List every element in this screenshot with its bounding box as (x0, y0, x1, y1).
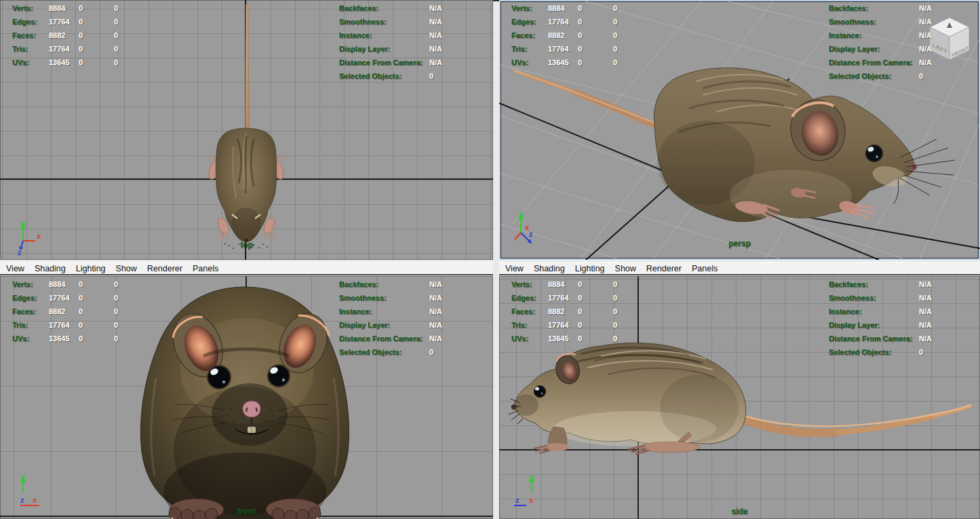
hud-stat-row: Backfaces:N/A (339, 279, 493, 292)
hud-stat-value: 17764 (49, 294, 70, 302)
hud-stat-value: 0 (114, 18, 118, 26)
hud-stat-row: Tris:1776400 (499, 43, 655, 57)
hud-poly-count-block: Verts:888400Edges:1776400Faces:888200Tri… (0, 3, 156, 71)
hud-stat-label: Display Layer: (829, 45, 880, 53)
rat-belly-light (730, 170, 852, 221)
hud-stat-value: 0 (919, 348, 923, 356)
rat-snout-shading (514, 394, 538, 416)
hud-stat-value: 0 (114, 4, 118, 12)
hud-stat-value: 17764 (548, 45, 569, 53)
viewport-top[interactable]: Verts:888400Edges:1776400Faces:888200Tri… (0, 0, 493, 260)
hud-object-details-block: Backfaces:N/ASmoothness:N/AInstance:N/AD… (829, 3, 980, 84)
hud-stat-value: 0 (613, 334, 617, 343)
menu-item-renderer[interactable]: Renderer (147, 264, 182, 273)
menu-item-show[interactable]: Show (615, 264, 636, 273)
viewport-front[interactable]: Verts:888400Edges:1776400Faces:888200Tri… (0, 276, 493, 519)
hud-stat-value: 0 (578, 45, 582, 53)
hud-stat-label: Faces: (12, 307, 36, 315)
hud-stat-value: 0 (79, 321, 83, 329)
hud-stat-value: N/A (429, 321, 442, 329)
hud-stat-value: 0 (114, 31, 118, 39)
menu-item-show[interactable]: Show (116, 264, 137, 273)
hud-stat-label: Selected Objects: (829, 348, 891, 356)
hud-stat-row: UVs:1364500 (0, 57, 156, 71)
menu-item-view[interactable]: View (505, 264, 524, 273)
hud-stat-value: 0 (613, 31, 617, 39)
hud-stat-row: Display Layer:N/A (339, 320, 493, 333)
hud-stat-value: 0 (613, 321, 617, 329)
hud-stat-label: Instance: (829, 31, 861, 39)
hud-stat-value: N/A (919, 334, 932, 343)
menu-item-panels[interactable]: Panels (193, 264, 218, 273)
menu-item-view[interactable]: View (6, 264, 24, 273)
hud-stat-value: 0 (114, 58, 118, 66)
hud-stat-label: Smoothness: (339, 18, 387, 26)
hud-stat-value: 0 (613, 280, 617, 288)
svg-text:x: x (529, 496, 534, 504)
axis-gizmo-persp-view: y x z (511, 210, 544, 248)
hud-stat-label: Instance: (829, 307, 861, 315)
hud-stat-row: Tris:1776400 (0, 43, 156, 57)
hud-stat-row: Faces:888200 (0, 306, 156, 320)
hud-stat-value: 0 (578, 307, 582, 315)
menu-item-lighting[interactable]: Lighting (575, 264, 605, 273)
menu-item-shading[interactable]: Shading (35, 264, 66, 273)
hud-stat-label: UVs: (12, 334, 29, 343)
hud-stat-row: Faces:888200 (0, 30, 156, 43)
hud-stat-value: N/A (919, 280, 932, 288)
hud-stat-value: 8882 (49, 307, 65, 315)
hud-stat-label: Faces: (511, 31, 535, 39)
hud-stat-value: 0 (578, 321, 582, 329)
hud-stat-value: 17764 (49, 321, 70, 329)
hud-stat-label: Tris: (511, 321, 527, 329)
viewport-persp[interactable]: LEFT FRONT Verts:888400Edges:1776400Face… (499, 0, 980, 260)
hud-stat-label: Display Layer: (339, 321, 390, 329)
menu-item-renderer[interactable]: Renderer (646, 264, 682, 273)
hud-stat-value: N/A (429, 334, 442, 343)
hud-stat-label: Smoothness: (829, 18, 876, 26)
hud-stat-value: N/A (429, 280, 442, 288)
rat-tail (738, 405, 971, 433)
hud-stat-row: Verts:888400 (0, 279, 156, 292)
hud-stat-value: N/A (919, 294, 932, 302)
hud-stat-value: 0 (79, 4, 83, 12)
svg-text:y: y (530, 473, 534, 481)
hud-stat-row: Selected Objects:0 (829, 71, 980, 84)
hud-stat-row: UVs:1364500 (0, 333, 156, 347)
hud-stat-label: Verts: (511, 280, 532, 288)
hud-stat-value: N/A (429, 307, 442, 315)
hud-stat-value: 0 (79, 58, 83, 66)
hud-stat-row: UVs:1364500 (499, 57, 655, 71)
hud-stat-label: Edges: (511, 18, 536, 26)
hud-stat-value: 0 (114, 294, 118, 302)
hud-stat-value: 0 (114, 334, 118, 343)
hud-stat-label: Selected Objects: (829, 72, 891, 80)
hud-stat-value: 17764 (548, 321, 569, 329)
hud-stat-row: Instance:N/A (829, 30, 980, 43)
hud-stat-value: N/A (429, 45, 442, 53)
hud-stat-value: N/A (919, 31, 932, 39)
hud-stat-row: Tris:1776400 (0, 320, 156, 333)
hud-stat-value: N/A (919, 321, 932, 329)
hud-stat-label: Faces: (12, 31, 36, 39)
hud-stat-label: Edges: (12, 18, 37, 26)
hud-stat-value: 0 (613, 45, 617, 53)
rat-front-leg (534, 427, 569, 453)
hud-stat-row: Display Layer:N/A (339, 43, 493, 57)
hud-poly-count-block: Verts:888400Edges:1776400Faces:888200Tri… (499, 3, 655, 71)
menu-item-panels[interactable]: Panels (692, 264, 718, 273)
hud-stat-value: 8884 (548, 4, 564, 12)
rat-left-eye (208, 366, 231, 389)
hud-stat-value: N/A (429, 58, 442, 66)
panel-menubar-left: ViewShadingLightingShowRendererPanels (0, 262, 493, 275)
hud-stat-label: Verts: (12, 4, 33, 12)
hud-stat-value: 0 (578, 31, 582, 39)
hud-stat-label: UVs: (511, 58, 528, 66)
menu-item-shading[interactable]: Shading (534, 264, 565, 273)
svg-text:z: z (20, 496, 24, 504)
viewport-side[interactable]: Verts:888400Edges:1776400Faces:888200Tri… (499, 276, 980, 519)
hud-object-details-block: Backfaces:N/ASmoothness:N/AInstance:N/AD… (339, 3, 493, 84)
hud-stat-row: Distance From Camera:N/A (829, 333, 980, 347)
menu-item-lighting[interactable]: Lighting (76, 264, 106, 273)
hud-stat-value: N/A (919, 18, 932, 26)
